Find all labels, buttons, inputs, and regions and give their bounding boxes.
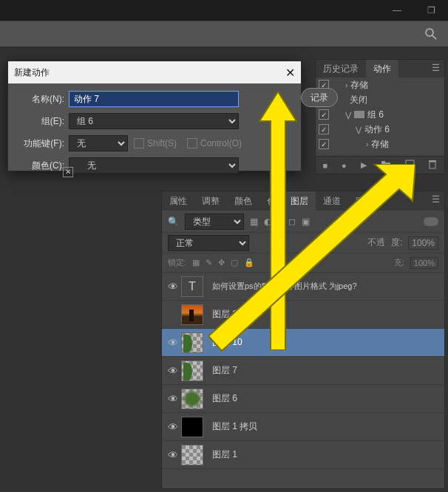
layer-row[interactable]: 👁 图层 6 bbox=[162, 385, 444, 413]
color-none-icon: ✕ bbox=[63, 167, 73, 177]
lock-artboard-icon[interactable]: ▢ bbox=[231, 258, 238, 267]
lock-label: 锁定: bbox=[168, 257, 186, 268]
ctrl-label: Control(O) bbox=[200, 138, 242, 148]
layer-row[interactable]: 👁 图层 7 bbox=[162, 357, 444, 385]
tab-properties[interactable]: 属性 bbox=[162, 191, 194, 211]
layer-row[interactable]: 👁 图层 10 bbox=[162, 329, 444, 357]
action-item[interactable]: 组 6 bbox=[367, 109, 384, 121]
layer-thumb bbox=[181, 361, 203, 381]
blend-select[interactable]: 正常 bbox=[168, 235, 249, 251]
fill-label: 充: bbox=[394, 257, 404, 268]
action-checkbox[interactable]: ✓ bbox=[319, 109, 329, 120]
tab-channels[interactable]: 通道 bbox=[316, 191, 348, 211]
action-checkbox[interactable]: ✓ bbox=[319, 139, 329, 149]
svg-rect-2 bbox=[381, 163, 390, 168]
filter-toggle-icon[interactable] bbox=[424, 217, 438, 226]
visibility-icon[interactable]: 👁 bbox=[168, 337, 181, 349]
action-checkbox[interactable]: ✓ bbox=[319, 124, 329, 134]
panel-menu-icon[interactable]: ☰ bbox=[427, 191, 444, 211]
layer-row[interactable]: 👁 T 如何设置ps的默认保存图片格式 为jpeg? bbox=[162, 273, 444, 301]
svg-rect-5 bbox=[407, 166, 413, 168]
ctrl-checkbox[interactable] bbox=[187, 138, 197, 148]
new-action-dialog: 新建动作 ✕ 名称(N): 组(E): 组 6 功能键(F): 无 Shift(… bbox=[7, 61, 302, 171]
layer-name: 图层 1 拷贝 bbox=[212, 420, 257, 433]
svg-rect-7 bbox=[429, 160, 436, 162]
layer-name: 图层 10 bbox=[212, 336, 242, 349]
new-action-icon[interactable] bbox=[405, 160, 415, 171]
visibility-icon[interactable]: 👁 bbox=[168, 421, 181, 433]
layer-name: 图层 2 bbox=[212, 308, 237, 321]
new-folder-icon[interactable] bbox=[381, 160, 391, 171]
tab-layers[interactable]: 图层 bbox=[283, 191, 316, 211]
search-filter-icon[interactable]: 🔍 bbox=[168, 216, 179, 227]
layer-thumb bbox=[181, 445, 203, 465]
color-label: 颜色(C): bbox=[18, 160, 64, 172]
lock-all-icon[interactable]: 🔒 bbox=[244, 258, 254, 267]
window-titlebar: — ❐ bbox=[0, 0, 448, 21]
visibility-icon[interactable]: 👁 bbox=[168, 393, 181, 405]
layer-name: 如何设置ps的默认保存图片格式 为jpeg? bbox=[212, 281, 357, 292]
restore-button[interactable]: ❐ bbox=[414, 0, 448, 21]
svg-rect-6 bbox=[430, 162, 435, 168]
layer-row[interactable]: 👁 图层 1 bbox=[162, 441, 444, 469]
filter-shape-icon[interactable]: ◻ bbox=[288, 216, 296, 227]
filter-smart-icon[interactable]: ▣ bbox=[302, 216, 310, 227]
layer-thumb bbox=[181, 304, 203, 325]
fkey-label: 功能键(F): bbox=[18, 137, 64, 150]
name-input[interactable] bbox=[69, 91, 239, 107]
color-select[interactable]: 无 bbox=[69, 157, 239, 174]
close-icon[interactable]: ✕ bbox=[285, 66, 295, 80]
tab-color[interactable]: 颜色 bbox=[227, 191, 259, 211]
visibility-icon[interactable]: 👁 bbox=[168, 449, 181, 461]
layer-name: 图层 7 bbox=[212, 364, 237, 377]
action-item[interactable]: 动作 6 bbox=[364, 123, 390, 136]
action-item[interactable]: 关闭 bbox=[350, 94, 367, 106]
lock-pixel-icon[interactable]: ▦ bbox=[192, 258, 200, 267]
actions-panel: 历史记录 动作 ☰ ✓›存储 ✓关闭 ✓⋁组 6 ✓⋁动作 6 ✓›存储 ■ ●… bbox=[315, 59, 445, 174]
layer-name: 图层 1 bbox=[212, 448, 237, 461]
minimize-button[interactable]: — bbox=[380, 0, 414, 21]
fkey-select[interactable]: 无 bbox=[69, 135, 128, 151]
svg-rect-3 bbox=[381, 161, 385, 163]
layer-row[interactable]: 👁 图层 1 拷贝 bbox=[162, 413, 444, 441]
panel-menu-icon[interactable]: ☰ bbox=[427, 60, 444, 78]
group-label: 组(E): bbox=[18, 115, 64, 128]
opacity-value[interactable]: 100% bbox=[408, 236, 438, 250]
tab-adjustments[interactable]: 调整 bbox=[194, 191, 227, 211]
record-button[interactable]: 记录 bbox=[301, 88, 338, 107]
layer-name: 图层 6 bbox=[212, 392, 237, 405]
group-select[interactable]: 组 6 bbox=[69, 113, 239, 129]
lock-move-icon[interactable]: ✥ bbox=[218, 258, 225, 267]
opacity-label: 不透 bbox=[367, 236, 385, 249]
record-icon[interactable]: ● bbox=[342, 161, 347, 170]
filter-pixel-icon[interactable]: ▦ bbox=[250, 216, 258, 227]
filter-adjust-icon[interactable]: ◐ bbox=[264, 216, 271, 227]
svg-line-1 bbox=[432, 35, 436, 39]
shift-checkbox[interactable] bbox=[134, 138, 144, 148]
visibility-icon[interactable]: 👁 bbox=[168, 281, 181, 293]
dialog-title: 新建动作 bbox=[14, 66, 50, 79]
tab-actions[interactable]: 动作 bbox=[366, 60, 398, 78]
toolbar bbox=[0, 21, 448, 47]
tab-paths[interactable]: 路 bbox=[348, 191, 372, 211]
name-label: 名称(N): bbox=[18, 93, 64, 106]
shift-label: Shift(S) bbox=[147, 138, 177, 148]
search-icon[interactable] bbox=[424, 27, 438, 41]
layer-thumb bbox=[181, 332, 203, 353]
filter-text-icon[interactable]: T bbox=[277, 216, 282, 227]
action-item[interactable]: 存储 bbox=[350, 79, 368, 92]
layer-thumb bbox=[181, 417, 203, 437]
play-icon[interactable]: ▶ bbox=[361, 160, 367, 170]
folder-icon bbox=[354, 111, 364, 118]
visibility-icon[interactable]: 👁 bbox=[168, 365, 181, 377]
kind-select[interactable]: 类型 bbox=[185, 213, 244, 230]
fill-value[interactable]: 100% bbox=[410, 257, 438, 269]
trash-icon[interactable] bbox=[428, 160, 437, 171]
action-item[interactable]: 存储 bbox=[371, 138, 389, 151]
stop-icon[interactable]: ■ bbox=[322, 161, 327, 170]
layer-thumb bbox=[181, 389, 203, 409]
tab-swatches[interactable]: 色 bbox=[259, 191, 283, 211]
lock-brush-icon[interactable]: ✎ bbox=[206, 258, 212, 267]
layer-row[interactable]: 图层 2 bbox=[162, 301, 444, 329]
tab-history[interactable]: 历史记录 bbox=[316, 60, 366, 78]
